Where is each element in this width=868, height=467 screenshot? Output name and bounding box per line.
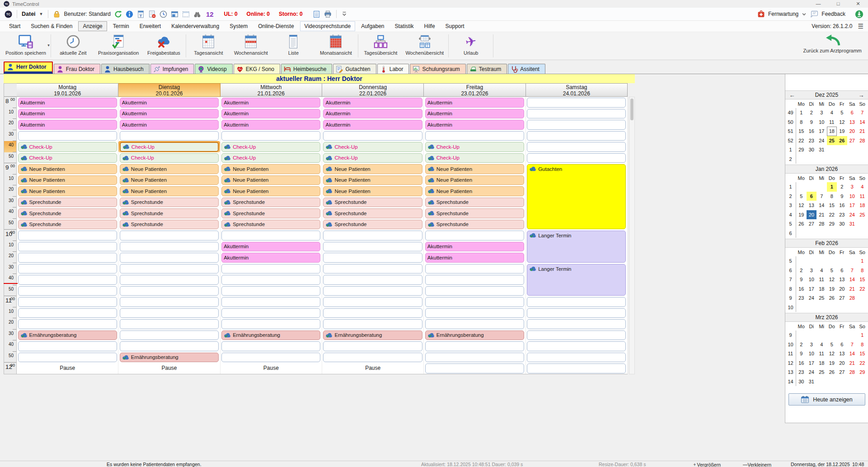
room-tab-herr-doktor[interactable]: Herr Doktor <box>4 61 53 74</box>
empty-slot[interactable] <box>118 330 220 341</box>
appointment-akuttermin[interactable]: Akuttermin <box>424 241 525 252</box>
calendar-day[interactable]: 24 <box>807 368 817 377</box>
empty-slot[interactable] <box>322 352 423 363</box>
calendar-day[interactable]: 20 <box>847 127 858 136</box>
menu-item-erweitert[interactable]: Erweitert <box>135 21 165 31</box>
calendar-day[interactable]: 29 <box>796 145 807 155</box>
calendar-day[interactable]: 17 <box>816 127 827 136</box>
calendar-day[interactable]: 1 <box>796 108 807 118</box>
calendar-day[interactable]: 10 <box>807 349 817 359</box>
calendar-day[interactable]: 11 <box>816 275 827 284</box>
calendar-day[interactable]: 19 <box>837 127 847 136</box>
empty-slot[interactable] <box>424 230 525 241</box>
calendar-day[interactable]: 18 <box>816 284 827 294</box>
calendar-day[interactable]: 26 <box>827 293 837 303</box>
calendar-day[interactable]: 2 <box>837 182 847 192</box>
calendar-day[interactable]: 22 <box>796 136 807 146</box>
appointment-neue-patienten[interactable]: Neue Patienten <box>17 163 118 175</box>
empty-slot[interactable] <box>17 230 118 241</box>
calendar-day[interactable]: 21 <box>847 359 858 368</box>
calendar-day[interactable]: 6 <box>807 192 817 201</box>
calendar-day[interactable]: 25 <box>816 293 827 303</box>
empty-slot[interactable] <box>322 318 423 330</box>
calendar-day[interactable]: 23 <box>807 136 817 146</box>
menu-item-videosprechstunde[interactable]: Videosprechstunde <box>300 21 356 31</box>
calendar-day[interactable]: 8 <box>796 118 807 127</box>
appointment-akuttermin[interactable]: Akuttermin <box>221 108 322 119</box>
calendar-day[interactable]: 3 <box>847 182 858 192</box>
appointment-check-up[interactable]: Check-Up <box>424 152 525 164</box>
empty-slot[interactable] <box>118 263 220 274</box>
empty-slot[interactable] <box>322 340 423 352</box>
appointment-check-up[interactable]: Check-Up <box>17 152 118 164</box>
minimize-button[interactable]: — <box>808 0 828 8</box>
appointment-akuttermin[interactable]: Akuttermin <box>424 108 525 119</box>
calendar-day[interactable]: 5 <box>837 108 847 118</box>
calendar-day[interactable]: 28 <box>847 368 858 377</box>
appointment-neue-patienten[interactable]: Neue Patienten <box>17 185 118 197</box>
calendar-day[interactable]: 16 <box>837 201 847 210</box>
appointment-ern-hrungsberatung[interactable]: Ernährungsberatung <box>322 330 423 341</box>
appointment-neue-patienten[interactable]: Neue Patienten <box>424 185 525 197</box>
empty-slot[interactable] <box>424 130 525 142</box>
file-menu[interactable]: Datei <box>22 11 36 17</box>
calendar-day[interactable]: 9 <box>807 118 817 127</box>
ribbon-button-urlaub[interactable]: ✈Urlaub <box>450 32 492 60</box>
calendar-day[interactable]: 15 <box>857 275 868 284</box>
empty-slot[interactable] <box>17 130 118 142</box>
empty-slot[interactable] <box>17 263 118 274</box>
calendar-day[interactable]: 28 <box>816 219 827 229</box>
window-view-icon[interactable] <box>171 10 178 18</box>
empty-slot[interactable] <box>526 318 627 330</box>
empty-slot[interactable] <box>322 263 423 274</box>
back-to-arztprogramm-button[interactable]: Zurück zum Arztprogramm <box>797 32 868 60</box>
appointment-sprechstunde[interactable]: Sprechstunde <box>17 197 118 208</box>
calendar-day[interactable]: 29 <box>827 219 837 229</box>
room-tab-frau-doktor[interactable]: Frau Doktor <box>54 64 100 74</box>
calendar-day[interactable]: 25 <box>827 136 837 146</box>
ribbon-button-position-speichern[interactable]: Position speichern▾ <box>2 32 50 60</box>
calendar-day[interactable]: 6 <box>847 108 858 118</box>
calendar-day[interactable]: 28 <box>857 136 868 146</box>
appointment-neue-patienten[interactable]: Neue Patienten <box>322 175 423 186</box>
empty-slot[interactable] <box>424 296 525 307</box>
calendar-day[interactable]: 27 <box>837 368 847 377</box>
empty-slot[interactable] <box>322 285 423 297</box>
calendar-day[interactable]: 11 <box>857 192 868 201</box>
calendar-day[interactable]: 30 <box>837 219 847 229</box>
appointment-sprechstunde[interactable]: Sprechstunde <box>322 197 423 208</box>
appointment-neue-patienten[interactable]: Neue Patienten <box>221 185 322 197</box>
appointment-neue-patienten[interactable]: Neue Patienten <box>118 163 220 175</box>
calendar-day[interactable]: 25 <box>816 368 827 377</box>
chevron-down-icon[interactable]: ▾ <box>47 43 50 47</box>
appointment-check-up[interactable]: Check-Up <box>118 141 220 152</box>
calendar-day[interactable]: 22 <box>827 210 837 220</box>
appointment-akuttermin[interactable]: Akuttermin <box>322 119 423 130</box>
calendar-day[interactable]: 20 <box>837 284 847 294</box>
print-icon[interactable] <box>324 10 332 18</box>
empty-slot[interactable] <box>424 307 525 319</box>
info-icon[interactable] <box>126 10 133 18</box>
empty-slot[interactable] <box>17 252 118 263</box>
appointment-check-up[interactable]: Check-Up <box>322 152 423 164</box>
table-view-icon[interactable] <box>313 10 320 18</box>
counter-badge[interactable]: 12 <box>205 10 215 18</box>
ribbon-button-tagesansicht[interactable]: Tagesansicht <box>187 32 230 60</box>
calendar-day[interactable]: 2 <box>796 266 807 275</box>
calendar-day[interactable]: 9 <box>796 275 807 284</box>
calendar-day[interactable]: 1 <box>857 330 868 340</box>
menu-item-start[interactable]: Start <box>5 21 25 31</box>
calendar-day[interactable]: 20 <box>807 210 817 220</box>
empty-slot[interactable] <box>17 296 118 307</box>
appointment-sprechstunde[interactable]: Sprechstunde <box>118 208 220 219</box>
menu-item-statistik[interactable]: Statistik <box>390 21 418 31</box>
empty-slot[interactable] <box>118 274 220 285</box>
appointment-akuttermin[interactable]: Akuttermin <box>322 97 423 108</box>
empty-slot[interactable] <box>526 141 627 152</box>
empty-slot[interactable] <box>118 318 220 330</box>
day-header-donnerstag[interactable]: Donnerstag22.01.2026 <box>322 83 424 97</box>
calendar-day[interactable]: 15 <box>857 349 868 359</box>
calendar-day[interactable]: 16 <box>807 127 817 136</box>
appointment-akuttermin[interactable]: Akuttermin <box>17 108 118 119</box>
appointment-sprechstunde[interactable]: Sprechstunde <box>221 197 322 208</box>
